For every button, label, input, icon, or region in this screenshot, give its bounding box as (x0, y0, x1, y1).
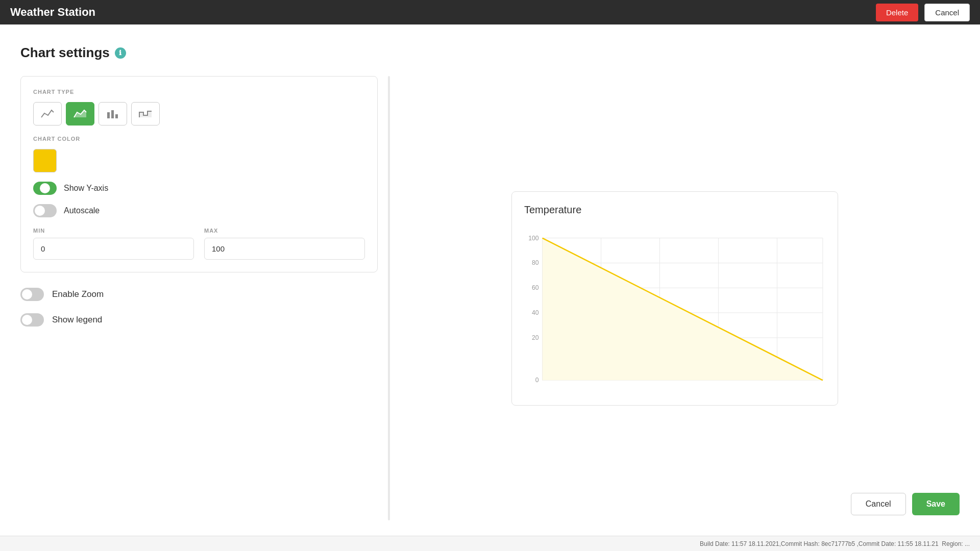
right-panel: Temperature 100 80 60 40 20 0 (390, 76, 960, 520)
show-yaxis-label: Show Y-axis (64, 184, 108, 193)
svg-text:80: 80 (532, 259, 539, 266)
modal: Chart settings ℹ CHART TYPE (0, 24, 980, 536)
chart-preview: Temperature 100 80 60 40 20 0 (511, 191, 838, 406)
chart-preview-title: Temperature (524, 204, 825, 216)
cancel-button[interactable]: Cancel (851, 493, 906, 515)
chart-svg: 100 80 60 40 20 0 (524, 224, 825, 397)
modal-header: Chart settings ℹ (20, 45, 960, 61)
autoscale-toggle[interactable] (33, 204, 57, 217)
region-info: Region: ... (942, 540, 970, 547)
info-icon[interactable]: ℹ (115, 47, 126, 59)
show-legend-toggle[interactable] (20, 313, 44, 327)
svg-rect-3 (115, 114, 118, 118)
svg-rect-1 (107, 112, 110, 118)
max-label: MAX (204, 228, 365, 234)
min-input-group: MIN (33, 228, 194, 260)
autoscale-label: Autoscale (64, 206, 100, 215)
color-swatch[interactable] (33, 149, 57, 172)
max-input[interactable] (204, 238, 365, 260)
max-input-group: MAX (204, 228, 365, 260)
chart-type-row (33, 102, 365, 126)
min-label: MIN (33, 228, 194, 234)
show-yaxis-toggle[interactable] (33, 182, 57, 195)
autoscale-row: Autoscale (33, 204, 365, 217)
step-chart-icon (138, 108, 153, 119)
svg-text:40: 40 (532, 309, 539, 316)
enable-zoom-row: Enable Zoom (20, 288, 378, 301)
enable-zoom-label: Enable Zoom (52, 289, 104, 299)
chart-color-label: CHART COLOR (33, 136, 365, 142)
chart-type-bar[interactable] (99, 102, 127, 126)
chart-type-line[interactable] (33, 102, 62, 126)
modal-body: CHART TYPE (20, 76, 960, 520)
top-bar: Weather Station Delete Cancel (0, 0, 980, 24)
delete-button[interactable]: Delete (876, 4, 918, 21)
show-legend-row: Show legend (20, 313, 378, 327)
top-bar-actions: Delete Cancel (876, 4, 970, 21)
svg-text:20: 20 (532, 334, 539, 341)
svg-text:0: 0 (535, 377, 539, 384)
svg-text:60: 60 (532, 284, 539, 291)
area-chart-icon (73, 108, 87, 119)
cancel-top-button[interactable]: Cancel (924, 4, 970, 21)
svg-rect-2 (111, 110, 114, 118)
settings-card: CHART TYPE (20, 76, 378, 272)
line-chart-icon (40, 108, 55, 119)
save-button[interactable]: Save (912, 493, 960, 515)
svg-text:100: 100 (528, 234, 539, 241)
bar-chart-icon (106, 108, 120, 119)
bottom-bar: Build Date: 11:57 18.11.2021,Commit Hash… (0, 536, 980, 551)
chart-type-label: CHART TYPE (33, 89, 365, 95)
app-title: Weather Station (10, 6, 95, 19)
chart-type-area[interactable] (66, 102, 94, 126)
footer-buttons: Cancel Save (851, 493, 960, 515)
build-info: Build Date: 11:57 18.11.2021,Commit Hash… (700, 540, 939, 547)
min-input[interactable] (33, 238, 194, 260)
left-panel: CHART TYPE (20, 76, 378, 520)
show-legend-label: Show legend (52, 315, 102, 325)
global-toggles: Enable Zoom Show legend (20, 288, 378, 339)
min-max-row: MIN MAX (33, 228, 365, 260)
chart-type-step[interactable] (131, 102, 160, 126)
chart-type-section: CHART TYPE (33, 89, 365, 126)
enable-zoom-toggle[interactable] (20, 288, 44, 301)
modal-title: Chart settings (20, 45, 110, 61)
chart-color-section: CHART COLOR (33, 136, 365, 172)
show-yaxis-row: Show Y-axis (33, 182, 365, 195)
chart-area: 100 80 60 40 20 0 (524, 224, 825, 397)
